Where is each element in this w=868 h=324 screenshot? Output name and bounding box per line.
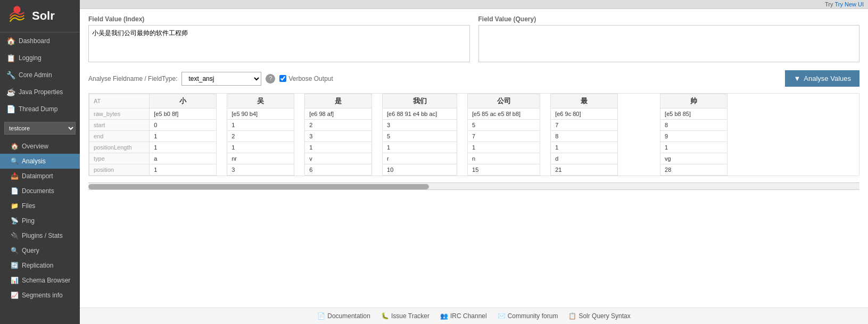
core-nav-label-dataimport: Dataimport [22,172,53,180]
token-end-4: 7 [468,131,540,142]
solr-query-syntax-icon: 📋 [568,312,576,320]
core-nav-label-plugins-stats: Plugins / Stats [22,232,63,239]
token-end-1: 2 [227,131,294,142]
core-nav-item-schema-browser[interactable]: 📊 Schema Browser [0,273,80,288]
token-pos-0: 1 [150,164,217,176]
overview-icon: 🏠 [11,143,19,150]
token-start-4: 5 [468,120,540,131]
token-type-3: r [383,153,457,164]
field-query-textarea[interactable] [478,25,860,62]
token-pl-0: 1 [150,142,217,153]
token-start-1: 1 [227,120,294,131]
analyse-row: Analyse Fieldname / FieldType: text_ansj… [88,70,859,87]
token-pl-5: 1 [551,142,618,153]
core-nav-item-ping[interactable]: 📡 Ping [0,213,80,228]
footer-community-forum[interactable]: ✉️ Community forum [498,312,558,320]
core-nav-item-documents[interactable]: 📄 Documents [0,184,80,198]
help-button[interactable]: ? [266,74,275,84]
dashboard-icon: 🏠 [6,37,15,45]
raw-bytes-label: raw_bytes [89,109,150,120]
footer-solr-query-syntax[interactable]: 📋 Solr Query Syntax [568,312,630,320]
irc-channel-icon: 👥 [440,312,448,320]
token-start-5: 7 [551,120,618,131]
core-nav-label-files: Files [22,202,35,210]
token-raw-0: [e5 b0 8f] [150,109,217,120]
token-end-2: 3 [305,131,372,142]
sidebar-nav-item-core-admin[interactable]: 🔧 Core Admin [0,67,80,84]
positionlength-label: positionLength [89,142,150,153]
analyse-fieldtype-select[interactable]: text_ansj [181,72,261,86]
verbose-output-label[interactable]: Verbose Output [279,75,333,82]
core-nav-label-documents: Documents [22,187,54,195]
token-type-1: nr [227,153,294,164]
sidebar-nav-label-java-properties: Java Properties [19,88,63,96]
core-nav-item-query[interactable]: 🔍 Query [0,243,80,258]
documents-icon: 📄 [11,187,19,195]
token-type-6: vg [660,153,728,164]
verbose-output-checkbox[interactable] [279,75,286,82]
end-label: end [89,131,150,142]
core-nav-item-segments-info[interactable]: 📈 Segments info [0,288,80,303]
replication-icon: 🔄 [11,262,19,269]
sidebar-nav-item-java-properties[interactable]: ☕ Java Properties [0,84,80,101]
token-pl-4: 1 [468,142,540,153]
token-type-4: n [468,153,540,164]
java-properties-icon: ☕ [6,88,15,96]
query-icon: 🔍 [11,247,19,254]
table-row: position 1 3 6 10 15 21 28 [89,164,728,176]
core-nav-item-files[interactable]: 📁 Files [0,198,80,213]
token-raw-2: [e6 98 af] [305,109,372,120]
core-nav-label-segments-info: Segments info [22,292,63,299]
footer-documentation[interactable]: 📄 Documentation [317,312,370,320]
logo: Solr [0,0,80,32]
analyse-values-button[interactable]: ▼ Analyse Values [785,70,859,87]
core-nav-item-overview[interactable]: 🏠 Overview [0,139,80,154]
core-selector[interactable]: testcore [4,122,76,135]
sidebar-nav-item-dashboard[interactable]: 🏠 Dashboard [0,32,80,49]
filter-icon: ▼ [793,74,800,82]
core-nav-item-dataimport[interactable]: 📥 Dataimport [0,169,80,184]
issue-tracker-label: Issue Tracker [391,312,429,320]
field-query-label: Field Value (Query) [478,15,860,23]
field-index-textarea[interactable] [88,25,470,62]
field-values-row: Field Value (Index) Field Value (Query) [88,15,859,64]
token-header-4: 公司 [468,94,540,109]
topbar: Try Try New UI [80,0,868,9]
horizontal-scrollbar[interactable] [88,182,859,190]
core-nav-label-overview: Overview [22,143,48,150]
token-raw-4: [e5 85 ac e5 8f b8] [468,109,540,120]
field-index-section: Field Value (Index) [88,15,470,64]
thread-dump-icon: 📄 [6,105,15,113]
token-pos-6: 28 [660,164,728,176]
sidebar: Solr 🏠 Dashboard 📋 Logging 🔧 Core Admin … [0,0,80,324]
core-admin-icon: 🔧 [6,71,15,79]
token-raw-1: [e5 90 b4] [227,109,294,120]
analyse-btn-label: Analyse Values [804,74,851,82]
try-new-ui-link[interactable]: Try New UI [834,1,864,7]
sidebar-nav-label-dashboard: Dashboard [19,37,50,45]
token-raw-6: [e5 b8 85] [660,109,728,120]
logging-icon: 📋 [6,54,15,62]
table-row: end 1 2 3 5 7 8 9 [89,131,728,142]
scrollbar-thumb[interactable] [88,184,429,189]
sidebar-nav-item-thread-dump[interactable]: 📄 Thread Dump [0,101,80,118]
footer: 📄 Documentation 🐛 Issue Tracker 👥 IRC Ch… [80,308,868,324]
core-nav-item-analysis[interactable]: 🔍 Analysis [0,154,80,169]
core-select[interactable]: testcore [4,122,76,135]
issue-tracker-icon: 🐛 [381,312,389,320]
core-nav-item-replication[interactable]: 🔄 Replication [0,258,80,273]
segments-info-icon: 📈 [11,292,19,299]
table-row: type a nr v r n d vg [89,153,728,164]
token-pos-2: 6 [305,164,372,176]
right-section: Verbose Output ▼ Analyse Values [279,70,859,87]
token-header-3: 我们 [383,94,457,109]
footer-irc-channel[interactable]: 👥 IRC Channel [440,312,487,320]
footer-issue-tracker[interactable]: 🐛 Issue Tracker [381,312,429,320]
token-pl-6: 1 [660,142,728,153]
sidebar-nav-item-logging[interactable]: 📋 Logging [0,49,80,67]
core-nav-item-plugins-stats[interactable]: 🔌 Plugins / Stats [0,228,80,243]
plugins-stats-icon: 🔌 [11,232,19,239]
token-header-1: 吴 [227,94,294,109]
files-icon: 📁 [11,202,19,210]
token-start-2: 2 [305,120,372,131]
